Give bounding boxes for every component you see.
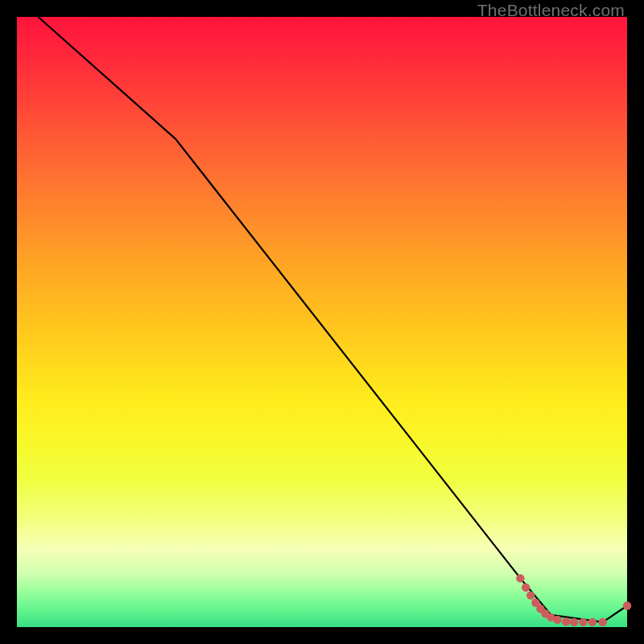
data-point bbox=[579, 618, 587, 626]
data-point bbox=[599, 618, 607, 626]
data-point bbox=[570, 618, 578, 626]
data-point bbox=[522, 584, 530, 592]
data-point bbox=[588, 618, 597, 626]
data-point bbox=[526, 591, 535, 599]
chart-markers bbox=[516, 574, 631, 626]
chart-svg bbox=[17, 17, 627, 627]
data-point bbox=[562, 617, 570, 625]
chart-curve bbox=[39, 17, 628, 622]
data-point bbox=[516, 574, 524, 582]
data-point bbox=[623, 601, 631, 609]
data-point bbox=[553, 616, 561, 624]
